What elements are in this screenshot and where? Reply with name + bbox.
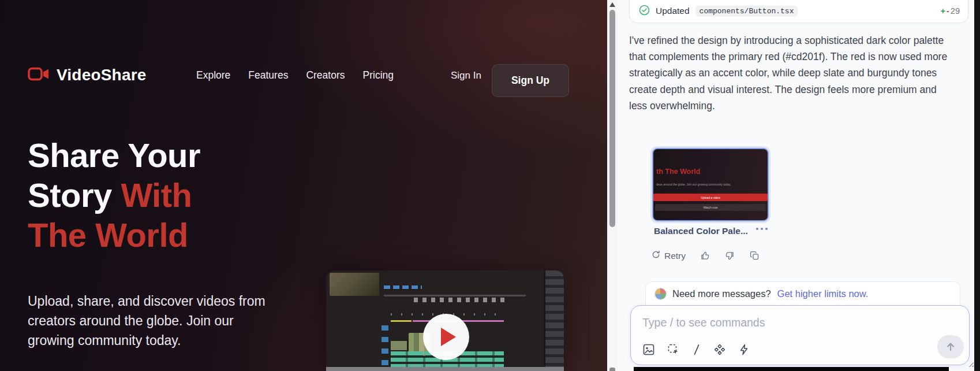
nav-item-features[interactable]: Features [248, 69, 288, 81]
copy-icon[interactable] [749, 250, 760, 261]
higher-limits-link[interactable]: Get higher limits now. [777, 288, 869, 299]
window-bottom-edge [634, 367, 949, 371]
hero-heading: Share Your Story With The World [28, 135, 200, 255]
attach-image-icon[interactable] [642, 343, 655, 356]
updated-file-chip[interactable]: components/Button.tsx [695, 6, 798, 17]
send-button[interactable] [937, 335, 964, 358]
play-icon [441, 328, 456, 346]
retry-label: Retry [664, 251, 686, 261]
editor-tool-palette [381, 325, 388, 366]
brand-logo[interactable]: VideoShare [28, 66, 147, 84]
diff-added: + [941, 6, 945, 16]
select-element-icon[interactable] [667, 343, 680, 356]
editor-toolbar-buttons [384, 285, 422, 289]
message-actions: Retry [651, 250, 760, 262]
thumbs-down-icon[interactable] [724, 250, 735, 261]
nav-item-pricing[interactable]: Pricing [363, 69, 394, 81]
thumbs-up-icon[interactable] [700, 250, 710, 261]
hero-line-2-white: Story [28, 176, 121, 214]
usage-pie-icon [655, 288, 666, 299]
more-options-icon[interactable] [754, 225, 770, 232]
artifact-title[interactable]: Balanced Color Pale... [654, 226, 748, 236]
scrollbar-thumb[interactable] [609, 10, 615, 227]
thumbnail-primary-button: Upload a video [653, 194, 768, 201]
editor-marker-yellow [391, 320, 412, 322]
brand-name: VideoShare [57, 66, 147, 84]
app-window: VideoShare Explore Features Creators Pri… [0, 0, 980, 371]
retry-icon [651, 250, 661, 262]
editor-clip-block [391, 341, 407, 350]
preview-scrollbar[interactable] [607, 0, 618, 371]
sign-in-link[interactable]: Sign In [451, 70, 481, 81]
thumbnail-heading: th The World [656, 168, 700, 176]
scroll-up-arrow[interactable] [609, 2, 615, 7]
thumbnail-subtext: deos around the globe. Join our growing … [656, 183, 731, 186]
hero-subtitle: Upload, share, and discover videos from … [28, 291, 276, 350]
quick-actions-bolt-icon[interactable] [738, 343, 750, 356]
window-right-edge [974, 0, 980, 371]
resize-grip[interactable] [967, 361, 974, 367]
main-nav: Explore Features Creators Pricing [196, 69, 394, 81]
components-icon[interactable] [713, 343, 726, 356]
site-preview: VideoShare Explore Features Creators Pri… [0, 0, 607, 371]
scroll-down-arrow[interactable] [609, 368, 615, 371]
retry-button[interactable]: Retry [651, 250, 686, 262]
assistant-message: I've refined the design by introducing a… [629, 32, 948, 114]
diff-count: 29 [951, 6, 960, 16]
nav-item-creators[interactable]: Creators [306, 69, 345, 81]
hero-line-1: Share Your [28, 136, 200, 174]
video-camera-icon [28, 66, 50, 84]
editor-media-bin [544, 270, 564, 371]
hero-line-2-red: With [121, 176, 192, 214]
monitor-bezel [326, 367, 564, 371]
thumbnail-secondary-button: Watch now [655, 204, 766, 211]
arrow-up-icon [945, 341, 956, 353]
file-update-card: Updated components/Button.tsx + - 29 [629, 0, 968, 23]
play-button[interactable] [423, 314, 469, 360]
diff-stats: + - 29 [941, 6, 960, 16]
diff-removed: - [947, 6, 949, 16]
design-preview-thumbnail[interactable]: th The World deos around the globe. Join… [652, 148, 769, 221]
limits-text: Need more messages? [672, 288, 771, 299]
editor-transport-controls [414, 298, 506, 302]
success-check-icon [639, 5, 650, 18]
chat-input[interactable] [642, 313, 942, 332]
composer-toolbar [642, 343, 750, 356]
hero-video-card [326, 270, 564, 371]
slash-command-icon[interactable] [692, 343, 701, 356]
chat-composer [630, 305, 970, 365]
assistant-chat-panel: Updated components/Button.tsx + - 29 I'v… [618, 0, 974, 371]
editor-ruler [384, 295, 526, 296]
sign-up-button[interactable]: Sign Up [492, 64, 569, 97]
editor-preview-thumbnail [330, 273, 379, 296]
update-label: Updated [656, 6, 690, 16]
nav-item-explore[interactable]: Explore [196, 69, 230, 81]
hero-line-3: The World [28, 216, 188, 254]
